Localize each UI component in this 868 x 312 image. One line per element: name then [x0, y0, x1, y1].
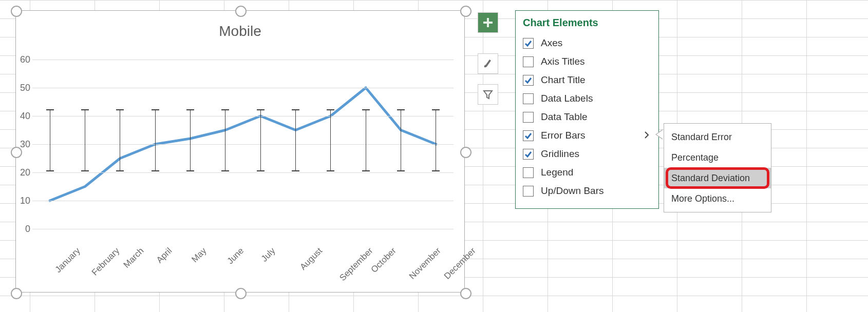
selection-handle[interactable] — [460, 288, 471, 299]
error-bar[interactable] — [260, 110, 261, 171]
option-label: Error Bars — [541, 130, 586, 141]
error-bar[interactable] — [366, 110, 366, 171]
x-tick-label: February — [89, 246, 121, 278]
error-bar[interactable] — [155, 110, 156, 171]
chevron-right-icon — [644, 130, 649, 141]
selection-handle[interactable] — [460, 6, 471, 17]
selection-handle[interactable] — [11, 288, 22, 299]
x-tick-label: May — [190, 246, 209, 265]
gridline — [32, 201, 454, 201]
checkbox[interactable] — [523, 149, 534, 160]
y-tick-label: 50 — [18, 83, 30, 93]
x-tick-label: April — [155, 246, 174, 265]
x-tick-label: July — [259, 246, 278, 264]
x-tick-label: October — [369, 246, 399, 275]
chart-styles-button[interactable] — [478, 53, 498, 74]
submenu-item[interactable]: More Options... — [664, 188, 771, 209]
gridline — [32, 116, 454, 116]
option-label: Axes — [541, 37, 562, 49]
selection-handle[interactable] — [11, 6, 22, 17]
chart-elements-panel[interactable]: Chart Elements AxesAxis TitlesChart Titl… — [515, 10, 659, 209]
error-bar[interactable] — [225, 110, 225, 171]
x-tick-label: September — [337, 246, 375, 283]
chart-element-option[interactable]: Chart Title — [523, 71, 651, 89]
error-bar[interactable] — [436, 110, 436, 171]
panel-title: Chart Elements — [523, 17, 651, 29]
y-tick-label: 40 — [18, 111, 30, 122]
option-label: Data Table — [541, 111, 588, 123]
plus-icon — [482, 17, 494, 28]
checkbox[interactable] — [523, 186, 534, 197]
error-bar[interactable] — [120, 110, 120, 171]
error-bars-submenu[interactable]: Standard ErrorPercentageStandard Deviati… — [664, 123, 771, 212]
gridline — [32, 144, 454, 145]
category-axis-labels[interactable]: JanuaryFebruaryMarchAprilMayJuneJulyAugu… — [32, 239, 454, 285]
x-tick-label: March — [122, 246, 146, 270]
gridline — [32, 88, 454, 88]
x-tick-label: August — [298, 246, 325, 272]
checkbox[interactable] — [523, 167, 534, 178]
option-label: Legend — [541, 167, 573, 178]
checkbox[interactable] — [523, 112, 534, 123]
chart-object[interactable]: Mobile 0102030405060 JanuaryFebruaryMarc… — [15, 10, 465, 292]
selection-handle[interactable] — [460, 147, 471, 158]
checkbox[interactable] — [523, 75, 534, 86]
chart-element-option[interactable]: Axes — [523, 34, 651, 52]
chart-element-option[interactable]: Gridlines — [523, 145, 651, 163]
error-bar[interactable] — [330, 110, 331, 171]
gridline — [32, 172, 454, 173]
error-bar[interactable] — [295, 110, 296, 171]
checkbox[interactable] — [523, 130, 534, 141]
brush-icon — [482, 58, 494, 69]
selection-handle[interactable] — [235, 6, 247, 17]
error-bar[interactable] — [50, 110, 50, 171]
chart-elements-button[interactable] — [478, 12, 498, 33]
option-label: Axis Titles — [541, 56, 585, 67]
selection-handle[interactable] — [235, 288, 247, 299]
x-tick-label: January — [53, 246, 83, 275]
gridline — [32, 229, 454, 229]
chart-filters-button[interactable] — [478, 84, 498, 105]
submenu-callout — [655, 129, 663, 140]
chart-element-option[interactable]: Axis Titles — [523, 52, 651, 71]
y-tick-label: 60 — [18, 54, 30, 65]
option-label: Data Labels — [541, 93, 593, 104]
chart-element-option[interactable]: Data Labels — [523, 89, 651, 108]
filter-icon — [482, 89, 494, 100]
y-tick-label: 10 — [18, 196, 30, 206]
error-bar[interactable] — [190, 110, 191, 171]
gridline — [32, 60, 454, 60]
chart-element-option[interactable]: Up/Down Bars — [523, 182, 651, 200]
option-label: Gridlines — [541, 148, 579, 160]
y-tick-label: 20 — [18, 167, 30, 178]
chart-element-option[interactable]: Data Table — [523, 108, 651, 126]
checkbox[interactable] — [523, 93, 534, 104]
chart-element-option[interactable]: Error Bars — [523, 126, 651, 145]
option-label: Chart Title — [541, 74, 586, 86]
checkbox[interactable] — [523, 38, 534, 49]
plot-area[interactable]: 0102030405060 — [32, 60, 454, 229]
error-bar[interactable] — [85, 110, 85, 171]
error-bar[interactable] — [401, 110, 401, 171]
submenu-item[interactable]: Standard Error — [664, 127, 771, 147]
checkbox[interactable] — [523, 56, 534, 67]
option-label: Up/Down Bars — [541, 185, 604, 197]
selection-handle[interactable] — [11, 147, 22, 158]
chart-title[interactable]: Mobile — [16, 23, 464, 40]
submenu-item[interactable]: Percentage — [664, 147, 771, 168]
x-tick-label: November — [407, 246, 443, 282]
submenu-item[interactable]: Standard Deviation — [664, 168, 771, 188]
x-tick-label: June — [225, 246, 246, 266]
y-tick-label: 0 — [18, 224, 30, 235]
chart-element-option[interactable]: Legend — [523, 163, 651, 182]
